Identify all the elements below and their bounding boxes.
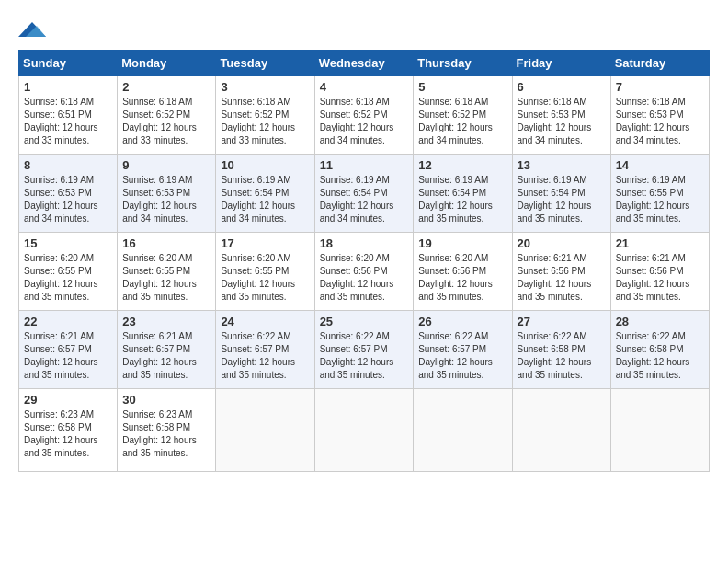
day-info: Sunrise: 6:22 AMSunset: 6:57 PMDaylight:… <box>221 331 295 380</box>
day-number: 9 <box>122 158 210 172</box>
calendar-cell <box>314 389 414 472</box>
column-header-monday: Monday <box>118 51 216 76</box>
calendar-cell <box>512 389 610 472</box>
calendar-week-row: 29 Sunrise: 6:23 AMSunset: 6:58 PMDaylig… <box>19 389 710 472</box>
day-info: Sunrise: 6:18 AMSunset: 6:53 PMDaylight:… <box>616 97 690 145</box>
day-number: 21 <box>616 236 704 250</box>
day-info: Sunrise: 6:20 AMSunset: 6:55 PMDaylight:… <box>122 253 197 302</box>
calendar-cell: 14 Sunrise: 6:19 AMSunset: 6:55 PMDaylig… <box>610 155 709 233</box>
day-number: 15 <box>24 236 112 250</box>
calendar-cell: 24 Sunrise: 6:22 AMSunset: 6:57 PMDaylig… <box>216 311 314 389</box>
calendar-cell <box>610 389 709 472</box>
day-number: 24 <box>221 315 309 328</box>
calendar-cell: 8 Sunrise: 6:19 AMSunset: 6:53 PMDayligh… <box>19 155 118 233</box>
day-info: Sunrise: 6:22 AMSunset: 6:58 PMDaylight:… <box>518 331 592 380</box>
calendar-header-row: SundayMondayTuesdayWednesdayThursdayFrid… <box>19 51 710 76</box>
day-info: Sunrise: 6:18 AMSunset: 6:52 PMDaylight:… <box>320 97 394 145</box>
day-number: 19 <box>418 236 506 250</box>
day-info: Sunrise: 6:19 AMSunset: 6:54 PMDaylight:… <box>518 175 592 224</box>
day-info: Sunrise: 6:18 AMSunset: 6:53 PMDaylight:… <box>518 97 592 145</box>
calendar-cell: 30 Sunrise: 6:23 AMSunset: 6:58 PMDaylig… <box>118 389 216 472</box>
calendar-cell: 11 Sunrise: 6:19 AMSunset: 6:54 PMDaylig… <box>314 155 414 233</box>
day-number: 23 <box>122 315 210 328</box>
day-number: 6 <box>518 80 606 94</box>
day-info: Sunrise: 6:20 AMSunset: 6:56 PMDaylight:… <box>418 253 493 302</box>
day-info: Sunrise: 6:18 AMSunset: 6:52 PMDaylight:… <box>221 97 295 145</box>
day-info: Sunrise: 6:19 AMSunset: 6:54 PMDaylight:… <box>418 175 493 224</box>
calendar-cell: 20 Sunrise: 6:21 AMSunset: 6:56 PMDaylig… <box>512 233 610 311</box>
calendar-week-row: 1 Sunrise: 6:18 AMSunset: 6:51 PMDayligh… <box>19 76 710 155</box>
day-number: 16 <box>122 236 210 250</box>
day-number: 13 <box>518 158 606 172</box>
calendar-cell: 21 Sunrise: 6:21 AMSunset: 6:56 PMDaylig… <box>610 233 709 311</box>
calendar-cell: 3 Sunrise: 6:18 AMSunset: 6:52 PMDayligh… <box>216 76 314 155</box>
day-info: Sunrise: 6:18 AMSunset: 6:52 PMDaylight:… <box>418 97 493 145</box>
day-number: 4 <box>320 80 409 94</box>
calendar-cell: 29 Sunrise: 6:23 AMSunset: 6:58 PMDaylig… <box>19 389 118 472</box>
calendar-cell: 6 Sunrise: 6:18 AMSunset: 6:53 PMDayligh… <box>512 76 610 155</box>
calendar-cell <box>216 389 314 472</box>
day-number: 17 <box>221 236 309 250</box>
calendar-week-row: 22 Sunrise: 6:21 AMSunset: 6:57 PMDaylig… <box>19 311 710 389</box>
day-info: Sunrise: 6:19 AMSunset: 6:53 PMDaylight:… <box>122 175 197 224</box>
logo <box>18 18 50 40</box>
day-number: 2 <box>122 80 210 94</box>
column-header-tuesday: Tuesday <box>216 51 314 76</box>
column-header-wednesday: Wednesday <box>314 51 414 76</box>
calendar-week-row: 15 Sunrise: 6:20 AMSunset: 6:55 PMDaylig… <box>19 233 710 311</box>
day-info: Sunrise: 6:21 AMSunset: 6:57 PMDaylight:… <box>24 331 98 380</box>
column-header-friday: Friday <box>512 51 610 76</box>
calendar-table: SundayMondayTuesdayWednesdayThursdayFrid… <box>18 50 710 472</box>
calendar-cell: 25 Sunrise: 6:22 AMSunset: 6:57 PMDaylig… <box>314 311 414 389</box>
calendar-cell: 27 Sunrise: 6:22 AMSunset: 6:58 PMDaylig… <box>512 311 610 389</box>
day-number: 1 <box>24 80 112 94</box>
day-number: 8 <box>24 158 112 172</box>
logo-icon <box>18 18 46 40</box>
day-info: Sunrise: 6:21 AMSunset: 6:56 PMDaylight:… <box>616 253 690 302</box>
day-info: Sunrise: 6:19 AMSunset: 6:54 PMDaylight:… <box>320 175 394 224</box>
day-number: 18 <box>320 236 409 250</box>
day-number: 22 <box>24 315 112 328</box>
day-info: Sunrise: 6:21 AMSunset: 6:56 PMDaylight:… <box>518 253 592 302</box>
day-number: 7 <box>616 80 704 94</box>
day-info: Sunrise: 6:22 AMSunset: 6:58 PMDaylight:… <box>616 331 690 380</box>
day-info: Sunrise: 6:23 AMSunset: 6:58 PMDaylight:… <box>24 409 98 458</box>
day-number: 27 <box>518 315 606 328</box>
calendar-cell: 26 Sunrise: 6:22 AMSunset: 6:57 PMDaylig… <box>414 311 512 389</box>
day-number: 30 <box>122 393 210 407</box>
day-info: Sunrise: 6:19 AMSunset: 6:53 PMDaylight:… <box>24 175 98 224</box>
calendar-cell: 13 Sunrise: 6:19 AMSunset: 6:54 PMDaylig… <box>512 155 610 233</box>
calendar-cell <box>414 389 512 472</box>
day-info: Sunrise: 6:18 AMSunset: 6:52 PMDaylight:… <box>122 97 197 145</box>
day-info: Sunrise: 6:19 AMSunset: 6:55 PMDaylight:… <box>616 175 690 224</box>
day-info: Sunrise: 6:22 AMSunset: 6:57 PMDaylight:… <box>320 331 394 380</box>
calendar-cell: 4 Sunrise: 6:18 AMSunset: 6:52 PMDayligh… <box>314 76 414 155</box>
calendar-cell: 10 Sunrise: 6:19 AMSunset: 6:54 PMDaylig… <box>216 155 314 233</box>
day-number: 14 <box>616 158 704 172</box>
day-number: 10 <box>221 158 309 172</box>
day-number: 3 <box>221 80 309 94</box>
day-number: 20 <box>518 236 606 250</box>
calendar-cell: 23 Sunrise: 6:21 AMSunset: 6:57 PMDaylig… <box>118 311 216 389</box>
day-info: Sunrise: 6:22 AMSunset: 6:57 PMDaylight:… <box>418 331 493 380</box>
calendar-cell: 18 Sunrise: 6:20 AMSunset: 6:56 PMDaylig… <box>314 233 414 311</box>
day-number: 11 <box>320 158 409 172</box>
day-number: 26 <box>418 315 506 328</box>
calendar-cell: 7 Sunrise: 6:18 AMSunset: 6:53 PMDayligh… <box>610 76 709 155</box>
day-number: 29 <box>24 393 112 407</box>
day-info: Sunrise: 6:20 AMSunset: 6:56 PMDaylight:… <box>320 253 394 302</box>
day-number: 12 <box>418 158 506 172</box>
calendar-cell: 9 Sunrise: 6:19 AMSunset: 6:53 PMDayligh… <box>118 155 216 233</box>
day-info: Sunrise: 6:19 AMSunset: 6:54 PMDaylight:… <box>221 175 295 224</box>
day-info: Sunrise: 6:20 AMSunset: 6:55 PMDaylight:… <box>221 253 295 302</box>
calendar-cell: 2 Sunrise: 6:18 AMSunset: 6:52 PMDayligh… <box>118 76 216 155</box>
calendar-cell: 16 Sunrise: 6:20 AMSunset: 6:55 PMDaylig… <box>118 233 216 311</box>
day-number: 25 <box>320 315 409 328</box>
day-number: 5 <box>418 80 506 94</box>
calendar-cell: 15 Sunrise: 6:20 AMSunset: 6:55 PMDaylig… <box>19 233 118 311</box>
calendar-cell: 12 Sunrise: 6:19 AMSunset: 6:54 PMDaylig… <box>414 155 512 233</box>
day-info: Sunrise: 6:21 AMSunset: 6:57 PMDaylight:… <box>122 331 197 380</box>
day-info: Sunrise: 6:20 AMSunset: 6:55 PMDaylight:… <box>24 253 98 302</box>
column-header-sunday: Sunday <box>19 51 118 76</box>
day-info: Sunrise: 6:18 AMSunset: 6:51 PMDaylight:… <box>24 97 98 145</box>
